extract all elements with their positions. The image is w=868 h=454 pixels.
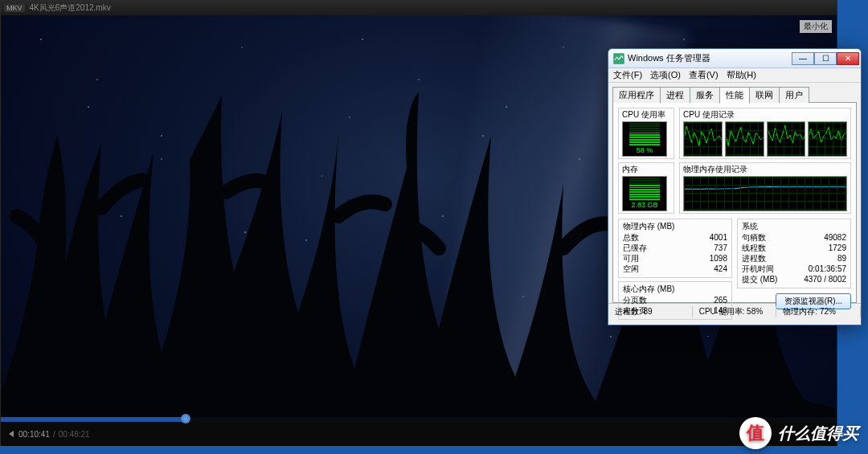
close-icon[interactable]: ✕ — [837, 52, 859, 65]
sys-handles-value: 49082 — [824, 232, 846, 243]
kernel-paged-value: 265 — [714, 295, 727, 305]
watermark-text: 什么值得买 — [778, 423, 858, 444]
taskmgr-menubar: 文件(F) 选项(O) 查看(V) 帮助(H) — [608, 68, 861, 83]
phys-total-label: 总数 — [623, 232, 639, 243]
cpu-usage-label: CPU 使用率 — [622, 109, 670, 121]
taskmgr-title: Windows 任务管理器 — [628, 52, 710, 64]
player-titlebar[interactable]: MKV 4K风光6声道2012.mkv — [1, 1, 837, 15]
sys-processes-label: 进程数 — [742, 253, 766, 264]
menu-help[interactable]: 帮助(H) — [727, 69, 756, 81]
taskmgr-icon — [613, 53, 624, 64]
tab-applications[interactable]: 应用程序 — [612, 87, 661, 103]
player-bottombar: 00:10:41 / 00:48:21 — [1, 422, 837, 446]
system-title: 系统 — [742, 221, 846, 232]
memory-history-group: 物理内存使用记录 — [679, 162, 851, 214]
sys-threads-value: 1729 — [829, 243, 846, 253]
memory-graph — [683, 176, 847, 211]
cpu-usage-group: CPU 使用率 58 % — [618, 108, 674, 159]
cpu-graph-2 — [725, 121, 764, 157]
sys-threads-label: 线程数 — [742, 243, 766, 253]
phys-cached-label: 已缓存 — [623, 243, 647, 253]
memory-history-label: 物理内存使用记录 — [683, 164, 847, 175]
menu-options[interactable]: 选项(O) — [650, 69, 681, 81]
sys-processes-value: 89 — [837, 253, 846, 264]
tab-performance[interactable]: 性能 — [719, 87, 750, 104]
phys-total-value: 4001 — [710, 232, 727, 243]
prev-icon[interactable] — [7, 430, 15, 438]
memory-label: 内存 — [622, 164, 670, 175]
watermark-badge: 值 — [739, 417, 772, 449]
tab-services[interactable]: 服务 — [690, 87, 720, 103]
tab-users[interactable]: 用户 — [779, 87, 809, 103]
cpu-meter: 58 % — [622, 121, 667, 157]
time-current: 00:10:41 — [18, 430, 50, 439]
kernel-paged-label: 分页数 — [623, 295, 647, 305]
cpu-history-group: CPU 使用记录 — [679, 108, 851, 159]
time-total: 00:48:21 — [59, 430, 90, 439]
sys-commit-value: 4370 / 8002 — [804, 274, 846, 284]
sys-uptime-label: 开机时间 — [742, 264, 774, 274]
status-mem: 物理内存: 72% — [776, 306, 861, 317]
menu-view[interactable]: 查看(V) — [689, 69, 719, 81]
progress-thumb[interactable] — [181, 414, 190, 423]
cpu-percent-text: 58 % — [637, 146, 653, 154]
taskmgr-titlebar[interactable]: Windows 任务管理器 — ☐ ✕ — [608, 49, 861, 68]
task-manager-window: Windows 任务管理器 — ☐ ✕ 文件(F) 选项(O) 查看(V) 帮助… — [608, 48, 862, 325]
phys-cached-value: 737 — [714, 243, 727, 253]
taskmgr-tabs: 应用程序 进程 服务 性能 联网 用户 — [612, 86, 857, 102]
taskmgr-statusbar: 进程数: 89 CPU 使用率: 58% 物理内存: 72% — [608, 303, 861, 319]
cpu-history-label: CPU 使用记录 — [683, 109, 847, 121]
cpu-graph-1 — [683, 121, 723, 157]
kernel-mem-title: 核心内存 (MB) — [623, 284, 727, 295]
memory-meter: 2.83 GB — [622, 176, 667, 211]
tab-processes[interactable]: 进程 — [660, 87, 690, 103]
phys-mem-title: 物理内存 (MB) — [623, 221, 727, 232]
memory-group: 内存 2.83 GB — [618, 162, 674, 214]
time-separator: / — [53, 430, 55, 439]
status-processes: 进程数: 89 — [608, 306, 693, 317]
cpu-graph-4 — [808, 121, 847, 157]
status-cpu: CPU 使用率: 58% — [693, 306, 777, 317]
maximize-icon[interactable]: ☐ — [814, 52, 837, 65]
phys-free-value: 424 — [714, 264, 727, 274]
menu-file[interactable]: 文件(F) — [613, 69, 642, 81]
minimize-button[interactable]: 最小化 — [800, 20, 832, 33]
phys-mem-box: 物理内存 (MB) 总数4001 已缓存737 可用1098 空闲424 — [618, 219, 732, 278]
minimize-icon[interactable]: — — [792, 52, 814, 65]
tab-networking[interactable]: 联网 — [749, 87, 780, 103]
sys-handles-label: 句柄数 — [742, 232, 766, 243]
system-box: 系统 句柄数49082 线程数1729 进程数89 开机时间0:01:36:57… — [737, 219, 851, 288]
sys-commit-label: 提交 (MB) — [742, 274, 777, 284]
watermark: 值 什么值得买 — [739, 417, 858, 449]
memory-value-text: 2.83 GB — [631, 201, 657, 209]
taskmgr-body: CPU 使用率 58 % CPU 使用记录 — [612, 102, 857, 303]
player-title: 4K风光6声道2012.mkv — [30, 2, 111, 14]
progress-bar[interactable] — [1, 417, 837, 422]
format-badge: MKV — [4, 4, 25, 12]
phys-available-value: 1098 — [710, 253, 727, 264]
phys-free-label: 空闲 — [623, 264, 639, 274]
progress-fill — [1, 417, 186, 422]
sys-uptime-value: 0:01:36:57 — [809, 264, 846, 274]
phys-available-label: 可用 — [623, 253, 639, 264]
cpu-graph-3 — [767, 121, 806, 157]
